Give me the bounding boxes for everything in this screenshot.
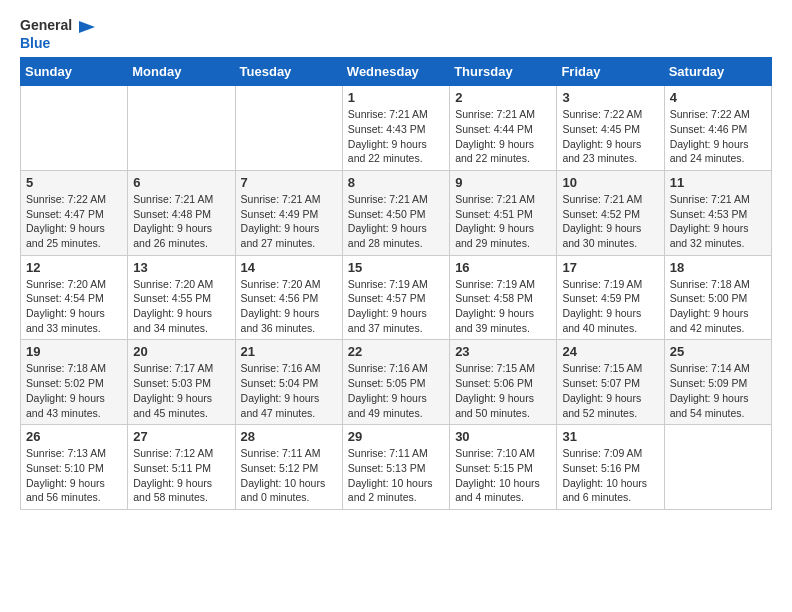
day-number: 26 xyxy=(26,429,122,444)
calendar-cell: 19Sunrise: 7:18 AM Sunset: 5:02 PM Dayli… xyxy=(21,340,128,425)
day-info: Sunrise: 7:21 AM Sunset: 4:51 PM Dayligh… xyxy=(455,192,551,251)
day-info: Sunrise: 7:21 AM Sunset: 4:44 PM Dayligh… xyxy=(455,107,551,166)
day-number: 14 xyxy=(241,260,337,275)
logo-text-block: General Blue xyxy=(20,16,72,51)
day-number: 7 xyxy=(241,175,337,190)
weekday-header-friday: Friday xyxy=(557,58,664,86)
calendar-week-row: 19Sunrise: 7:18 AM Sunset: 5:02 PM Dayli… xyxy=(21,340,772,425)
day-number: 4 xyxy=(670,90,766,105)
day-info: Sunrise: 7:13 AM Sunset: 5:10 PM Dayligh… xyxy=(26,446,122,505)
day-number: 2 xyxy=(455,90,551,105)
day-info: Sunrise: 7:20 AM Sunset: 4:56 PM Dayligh… xyxy=(241,277,337,336)
day-number: 27 xyxy=(133,429,229,444)
day-info: Sunrise: 7:21 AM Sunset: 4:50 PM Dayligh… xyxy=(348,192,444,251)
calendar-cell: 23Sunrise: 7:15 AM Sunset: 5:06 PM Dayli… xyxy=(450,340,557,425)
day-number: 1 xyxy=(348,90,444,105)
day-info: Sunrise: 7:21 AM Sunset: 4:52 PM Dayligh… xyxy=(562,192,658,251)
calendar-cell: 20Sunrise: 7:17 AM Sunset: 5:03 PM Dayli… xyxy=(128,340,235,425)
day-number: 29 xyxy=(348,429,444,444)
calendar-cell: 18Sunrise: 7:18 AM Sunset: 5:00 PM Dayli… xyxy=(664,255,771,340)
weekday-header-monday: Monday xyxy=(128,58,235,86)
day-info: Sunrise: 7:17 AM Sunset: 5:03 PM Dayligh… xyxy=(133,361,229,420)
day-number: 25 xyxy=(670,344,766,359)
weekday-header-tuesday: Tuesday xyxy=(235,58,342,86)
page: General Blue SundayMondayTuesdayWednesda… xyxy=(0,0,792,526)
calendar-cell: 26Sunrise: 7:13 AM Sunset: 5:10 PM Dayli… xyxy=(21,425,128,510)
weekday-header-row: SundayMondayTuesdayWednesdayThursdayFrid… xyxy=(21,58,772,86)
day-info: Sunrise: 7:14 AM Sunset: 5:09 PM Dayligh… xyxy=(670,361,766,420)
calendar-cell: 28Sunrise: 7:11 AM Sunset: 5:12 PM Dayli… xyxy=(235,425,342,510)
day-number: 20 xyxy=(133,344,229,359)
day-number: 6 xyxy=(133,175,229,190)
day-number: 15 xyxy=(348,260,444,275)
day-number: 13 xyxy=(133,260,229,275)
calendar-cell: 25Sunrise: 7:14 AM Sunset: 5:09 PM Dayli… xyxy=(664,340,771,425)
day-number: 12 xyxy=(26,260,122,275)
calendar-cell: 27Sunrise: 7:12 AM Sunset: 5:11 PM Dayli… xyxy=(128,425,235,510)
day-info: Sunrise: 7:18 AM Sunset: 5:00 PM Dayligh… xyxy=(670,277,766,336)
calendar-week-row: 26Sunrise: 7:13 AM Sunset: 5:10 PM Dayli… xyxy=(21,425,772,510)
day-number: 23 xyxy=(455,344,551,359)
day-info: Sunrise: 7:09 AM Sunset: 5:16 PM Dayligh… xyxy=(562,446,658,505)
day-info: Sunrise: 7:18 AM Sunset: 5:02 PM Dayligh… xyxy=(26,361,122,420)
day-number: 18 xyxy=(670,260,766,275)
day-info: Sunrise: 7:11 AM Sunset: 5:13 PM Dayligh… xyxy=(348,446,444,505)
day-info: Sunrise: 7:15 AM Sunset: 5:07 PM Dayligh… xyxy=(562,361,658,420)
day-info: Sunrise: 7:21 AM Sunset: 4:48 PM Dayligh… xyxy=(133,192,229,251)
calendar-cell xyxy=(21,86,128,171)
day-info: Sunrise: 7:15 AM Sunset: 5:06 PM Dayligh… xyxy=(455,361,551,420)
day-info: Sunrise: 7:20 AM Sunset: 4:54 PM Dayligh… xyxy=(26,277,122,336)
weekday-header-thursday: Thursday xyxy=(450,58,557,86)
calendar-cell: 22Sunrise: 7:16 AM Sunset: 5:05 PM Dayli… xyxy=(342,340,449,425)
day-info: Sunrise: 7:16 AM Sunset: 5:04 PM Dayligh… xyxy=(241,361,337,420)
calendar-cell: 11Sunrise: 7:21 AM Sunset: 4:53 PM Dayli… xyxy=(664,170,771,255)
logo-flag-icon xyxy=(75,19,97,41)
calendar-cell xyxy=(664,425,771,510)
day-number: 9 xyxy=(455,175,551,190)
calendar-cell: 17Sunrise: 7:19 AM Sunset: 4:59 PM Dayli… xyxy=(557,255,664,340)
calendar-cell: 9Sunrise: 7:21 AM Sunset: 4:51 PM Daylig… xyxy=(450,170,557,255)
day-number: 28 xyxy=(241,429,337,444)
calendar-cell: 14Sunrise: 7:20 AM Sunset: 4:56 PM Dayli… xyxy=(235,255,342,340)
calendar-cell: 1Sunrise: 7:21 AM Sunset: 4:43 PM Daylig… xyxy=(342,86,449,171)
calendar-cell: 15Sunrise: 7:19 AM Sunset: 4:57 PM Dayli… xyxy=(342,255,449,340)
logo-container: General Blue xyxy=(20,16,97,51)
calendar-cell xyxy=(128,86,235,171)
calendar-cell: 2Sunrise: 7:21 AM Sunset: 4:44 PM Daylig… xyxy=(450,86,557,171)
calendar-cell: 21Sunrise: 7:16 AM Sunset: 5:04 PM Dayli… xyxy=(235,340,342,425)
calendar-week-row: 12Sunrise: 7:20 AM Sunset: 4:54 PM Dayli… xyxy=(21,255,772,340)
calendar-cell: 24Sunrise: 7:15 AM Sunset: 5:07 PM Dayli… xyxy=(557,340,664,425)
day-info: Sunrise: 7:22 AM Sunset: 4:47 PM Dayligh… xyxy=(26,192,122,251)
day-info: Sunrise: 7:16 AM Sunset: 5:05 PM Dayligh… xyxy=(348,361,444,420)
weekday-header-sunday: Sunday xyxy=(21,58,128,86)
day-info: Sunrise: 7:19 AM Sunset: 4:57 PM Dayligh… xyxy=(348,277,444,336)
calendar-cell: 31Sunrise: 7:09 AM Sunset: 5:16 PM Dayli… xyxy=(557,425,664,510)
day-number: 17 xyxy=(562,260,658,275)
day-number: 31 xyxy=(562,429,658,444)
day-info: Sunrise: 7:22 AM Sunset: 4:46 PM Dayligh… xyxy=(670,107,766,166)
day-number: 22 xyxy=(348,344,444,359)
day-number: 21 xyxy=(241,344,337,359)
calendar-cell: 29Sunrise: 7:11 AM Sunset: 5:13 PM Dayli… xyxy=(342,425,449,510)
calendar-cell: 10Sunrise: 7:21 AM Sunset: 4:52 PM Dayli… xyxy=(557,170,664,255)
day-info: Sunrise: 7:19 AM Sunset: 4:59 PM Dayligh… xyxy=(562,277,658,336)
logo-blue-text: Blue xyxy=(20,35,50,51)
day-number: 5 xyxy=(26,175,122,190)
day-info: Sunrise: 7:10 AM Sunset: 5:15 PM Dayligh… xyxy=(455,446,551,505)
calendar-week-row: 5Sunrise: 7:22 AM Sunset: 4:47 PM Daylig… xyxy=(21,170,772,255)
calendar-cell: 13Sunrise: 7:20 AM Sunset: 4:55 PM Dayli… xyxy=(128,255,235,340)
day-info: Sunrise: 7:12 AM Sunset: 5:11 PM Dayligh… xyxy=(133,446,229,505)
day-info: Sunrise: 7:21 AM Sunset: 4:53 PM Dayligh… xyxy=(670,192,766,251)
calendar-week-row: 1Sunrise: 7:21 AM Sunset: 4:43 PM Daylig… xyxy=(21,86,772,171)
calendar-cell: 7Sunrise: 7:21 AM Sunset: 4:49 PM Daylig… xyxy=(235,170,342,255)
calendar-cell xyxy=(235,86,342,171)
day-info: Sunrise: 7:20 AM Sunset: 4:55 PM Dayligh… xyxy=(133,277,229,336)
day-number: 19 xyxy=(26,344,122,359)
calendar-cell: 5Sunrise: 7:22 AM Sunset: 4:47 PM Daylig… xyxy=(21,170,128,255)
day-info: Sunrise: 7:11 AM Sunset: 5:12 PM Dayligh… xyxy=(241,446,337,505)
day-info: Sunrise: 7:19 AM Sunset: 4:58 PM Dayligh… xyxy=(455,277,551,336)
header: General Blue xyxy=(20,16,772,51)
calendar-cell: 12Sunrise: 7:20 AM Sunset: 4:54 PM Dayli… xyxy=(21,255,128,340)
weekday-header-saturday: Saturday xyxy=(664,58,771,86)
day-number: 24 xyxy=(562,344,658,359)
